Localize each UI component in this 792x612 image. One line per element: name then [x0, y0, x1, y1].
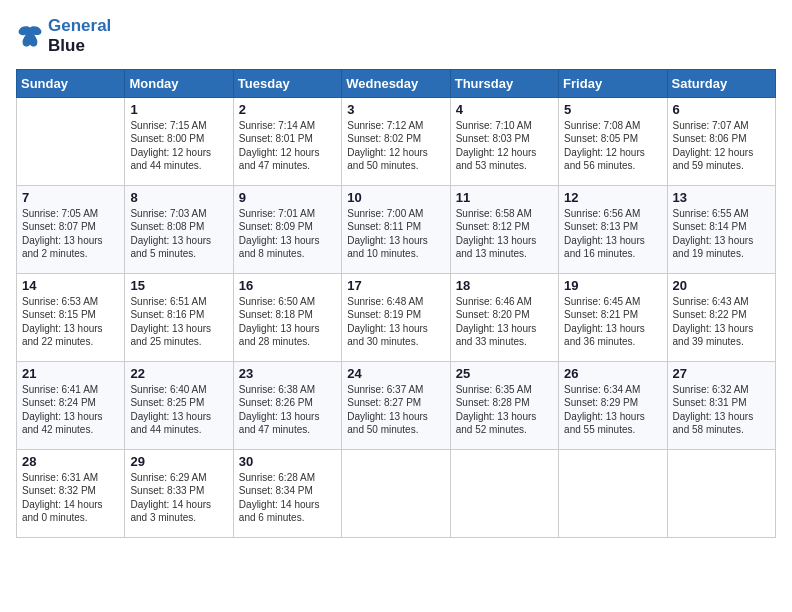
calendar-cell: [450, 449, 558, 537]
calendar-cell: 7Sunrise: 7:05 AMSunset: 8:07 PMDaylight…: [17, 185, 125, 273]
day-info: Sunrise: 6:58 AMSunset: 8:12 PMDaylight:…: [456, 207, 553, 261]
col-header-saturday: Saturday: [667, 69, 775, 97]
day-info: Sunrise: 7:10 AMSunset: 8:03 PMDaylight:…: [456, 119, 553, 173]
day-number: 7: [22, 190, 119, 205]
day-info: Sunrise: 6:41 AMSunset: 8:24 PMDaylight:…: [22, 383, 119, 437]
day-number: 4: [456, 102, 553, 117]
day-number: 23: [239, 366, 336, 381]
calendar-cell: 15Sunrise: 6:51 AMSunset: 8:16 PMDayligh…: [125, 273, 233, 361]
col-header-tuesday: Tuesday: [233, 69, 341, 97]
calendar-cell: 19Sunrise: 6:45 AMSunset: 8:21 PMDayligh…: [559, 273, 667, 361]
day-info: Sunrise: 6:43 AMSunset: 8:22 PMDaylight:…: [673, 295, 770, 349]
day-number: 29: [130, 454, 227, 469]
calendar-cell: [667, 449, 775, 537]
day-number: 20: [673, 278, 770, 293]
day-number: 3: [347, 102, 444, 117]
day-info: Sunrise: 6:31 AMSunset: 8:32 PMDaylight:…: [22, 471, 119, 525]
day-info: Sunrise: 7:15 AMSunset: 8:00 PMDaylight:…: [130, 119, 227, 173]
calendar-cell: [17, 97, 125, 185]
calendar-week-row: 1Sunrise: 7:15 AMSunset: 8:00 PMDaylight…: [17, 97, 776, 185]
logo-general: General: [48, 16, 111, 35]
day-info: Sunrise: 7:00 AMSunset: 8:11 PMDaylight:…: [347, 207, 444, 261]
calendar-cell: 16Sunrise: 6:50 AMSunset: 8:18 PMDayligh…: [233, 273, 341, 361]
calendar-week-row: 21Sunrise: 6:41 AMSunset: 8:24 PMDayligh…: [17, 361, 776, 449]
day-number: 15: [130, 278, 227, 293]
day-number: 13: [673, 190, 770, 205]
day-number: 10: [347, 190, 444, 205]
calendar-cell: 14Sunrise: 6:53 AMSunset: 8:15 PMDayligh…: [17, 273, 125, 361]
calendar-cell: 30Sunrise: 6:28 AMSunset: 8:34 PMDayligh…: [233, 449, 341, 537]
day-number: 2: [239, 102, 336, 117]
day-number: 11: [456, 190, 553, 205]
day-info: Sunrise: 7:12 AMSunset: 8:02 PMDaylight:…: [347, 119, 444, 173]
header: General Blue: [16, 16, 776, 57]
calendar-cell: 10Sunrise: 7:00 AMSunset: 8:11 PMDayligh…: [342, 185, 450, 273]
day-number: 22: [130, 366, 227, 381]
calendar-cell: 29Sunrise: 6:29 AMSunset: 8:33 PMDayligh…: [125, 449, 233, 537]
day-number: 24: [347, 366, 444, 381]
calendar-cell: 11Sunrise: 6:58 AMSunset: 8:12 PMDayligh…: [450, 185, 558, 273]
day-number: 21: [22, 366, 119, 381]
day-info: Sunrise: 6:45 AMSunset: 8:21 PMDaylight:…: [564, 295, 661, 349]
day-number: 27: [673, 366, 770, 381]
calendar-week-row: 14Sunrise: 6:53 AMSunset: 8:15 PMDayligh…: [17, 273, 776, 361]
day-info: Sunrise: 7:05 AMSunset: 8:07 PMDaylight:…: [22, 207, 119, 261]
day-number: 1: [130, 102, 227, 117]
day-number: 19: [564, 278, 661, 293]
calendar-header-row: SundayMondayTuesdayWednesdayThursdayFrid…: [17, 69, 776, 97]
day-number: 18: [456, 278, 553, 293]
day-number: 28: [22, 454, 119, 469]
calendar-cell: 26Sunrise: 6:34 AMSunset: 8:29 PMDayligh…: [559, 361, 667, 449]
day-info: Sunrise: 6:34 AMSunset: 8:29 PMDaylight:…: [564, 383, 661, 437]
calendar-cell: [559, 449, 667, 537]
day-number: 17: [347, 278, 444, 293]
calendar-cell: 8Sunrise: 7:03 AMSunset: 8:08 PMDaylight…: [125, 185, 233, 273]
day-info: Sunrise: 6:46 AMSunset: 8:20 PMDaylight:…: [456, 295, 553, 349]
day-info: Sunrise: 6:48 AMSunset: 8:19 PMDaylight:…: [347, 295, 444, 349]
day-info: Sunrise: 6:29 AMSunset: 8:33 PMDaylight:…: [130, 471, 227, 525]
day-number: 25: [456, 366, 553, 381]
day-info: Sunrise: 6:53 AMSunset: 8:15 PMDaylight:…: [22, 295, 119, 349]
calendar-cell: 1Sunrise: 7:15 AMSunset: 8:00 PMDaylight…: [125, 97, 233, 185]
calendar-cell: 13Sunrise: 6:55 AMSunset: 8:14 PMDayligh…: [667, 185, 775, 273]
day-info: Sunrise: 6:51 AMSunset: 8:16 PMDaylight:…: [130, 295, 227, 349]
calendar-cell: 6Sunrise: 7:07 AMSunset: 8:06 PMDaylight…: [667, 97, 775, 185]
calendar-cell: 27Sunrise: 6:32 AMSunset: 8:31 PMDayligh…: [667, 361, 775, 449]
calendar-cell: 22Sunrise: 6:40 AMSunset: 8:25 PMDayligh…: [125, 361, 233, 449]
calendar-cell: [342, 449, 450, 537]
calendar-cell: 24Sunrise: 6:37 AMSunset: 8:27 PMDayligh…: [342, 361, 450, 449]
col-header-friday: Friday: [559, 69, 667, 97]
calendar-table: SundayMondayTuesdayWednesdayThursdayFrid…: [16, 69, 776, 538]
day-number: 9: [239, 190, 336, 205]
col-header-monday: Monday: [125, 69, 233, 97]
calendar-cell: 9Sunrise: 7:01 AMSunset: 8:09 PMDaylight…: [233, 185, 341, 273]
day-info: Sunrise: 6:32 AMSunset: 8:31 PMDaylight:…: [673, 383, 770, 437]
calendar-cell: 18Sunrise: 6:46 AMSunset: 8:20 PMDayligh…: [450, 273, 558, 361]
calendar-cell: 20Sunrise: 6:43 AMSunset: 8:22 PMDayligh…: [667, 273, 775, 361]
day-info: Sunrise: 6:56 AMSunset: 8:13 PMDaylight:…: [564, 207, 661, 261]
calendar-cell: 17Sunrise: 6:48 AMSunset: 8:19 PMDayligh…: [342, 273, 450, 361]
logo-text: General Blue: [48, 16, 111, 57]
calendar-cell: 4Sunrise: 7:10 AMSunset: 8:03 PMDaylight…: [450, 97, 558, 185]
calendar-cell: 2Sunrise: 7:14 AMSunset: 8:01 PMDaylight…: [233, 97, 341, 185]
day-info: Sunrise: 6:37 AMSunset: 8:27 PMDaylight:…: [347, 383, 444, 437]
day-info: Sunrise: 6:28 AMSunset: 8:34 PMDaylight:…: [239, 471, 336, 525]
calendar-week-row: 28Sunrise: 6:31 AMSunset: 8:32 PMDayligh…: [17, 449, 776, 537]
calendar-cell: 3Sunrise: 7:12 AMSunset: 8:02 PMDaylight…: [342, 97, 450, 185]
calendar-cell: 28Sunrise: 6:31 AMSunset: 8:32 PMDayligh…: [17, 449, 125, 537]
logo-blue: Blue: [48, 36, 111, 56]
col-header-sunday: Sunday: [17, 69, 125, 97]
calendar-cell: 23Sunrise: 6:38 AMSunset: 8:26 PMDayligh…: [233, 361, 341, 449]
col-header-wednesday: Wednesday: [342, 69, 450, 97]
day-number: 8: [130, 190, 227, 205]
day-number: 14: [22, 278, 119, 293]
day-info: Sunrise: 7:08 AMSunset: 8:05 PMDaylight:…: [564, 119, 661, 173]
day-number: 5: [564, 102, 661, 117]
day-number: 6: [673, 102, 770, 117]
calendar-cell: 12Sunrise: 6:56 AMSunset: 8:13 PMDayligh…: [559, 185, 667, 273]
calendar-week-row: 7Sunrise: 7:05 AMSunset: 8:07 PMDaylight…: [17, 185, 776, 273]
day-info: Sunrise: 6:40 AMSunset: 8:25 PMDaylight:…: [130, 383, 227, 437]
day-info: Sunrise: 6:50 AMSunset: 8:18 PMDaylight:…: [239, 295, 336, 349]
calendar-cell: 25Sunrise: 6:35 AMSunset: 8:28 PMDayligh…: [450, 361, 558, 449]
day-info: Sunrise: 6:38 AMSunset: 8:26 PMDaylight:…: [239, 383, 336, 437]
